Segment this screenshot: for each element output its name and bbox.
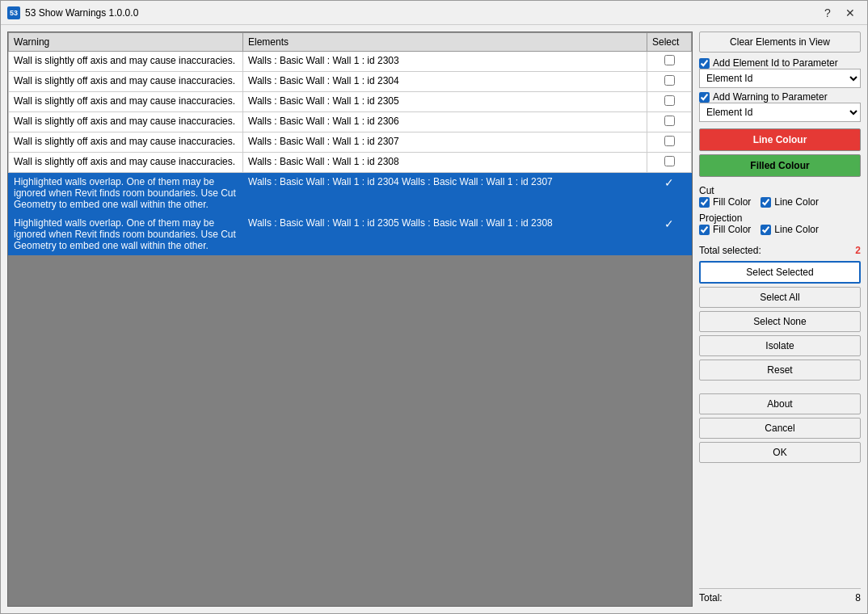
add-warning-label: Add Warning to Parameter	[713, 91, 828, 103]
table-row[interactable]: Wall is slightly off axis and may cause …	[9, 132, 692, 153]
elements-cell: Walls : Basic Wall : Wall 1 : id 2305 Wa…	[243, 214, 647, 255]
help-button[interactable]: ?	[817, 5, 838, 21]
select-cell[interactable]	[647, 92, 692, 112]
total-selected-row: Total selected: 2	[699, 243, 861, 258]
cut-fill-color-checkbox[interactable]	[699, 197, 710, 208]
total-count: 8	[855, 592, 861, 603]
row-checkbox[interactable]	[664, 156, 675, 166]
isolate-button[interactable]: Isolate	[699, 335, 861, 356]
total-selected-count: 2	[855, 245, 861, 256]
right-panel: Clear Elements in View Add Element Id to…	[699, 32, 861, 607]
proj-fill-color-label: Fill Color	[713, 224, 751, 235]
window-title: 53 Show Warnings 1.0.0.0	[25, 7, 817, 19]
elements-cell: Walls : Basic Wall : Wall 1 : id 2304	[243, 72, 647, 92]
add-element-id-row: Add Element Id to Parameter	[699, 57, 861, 69]
warning-cell: Wall is slightly off axis and may cause …	[9, 92, 243, 112]
row-checkbox[interactable]	[664, 116, 675, 126]
cut-line-color-label: Line Color	[774, 196, 819, 208]
projection-label: Projection	[699, 212, 861, 224]
row-checkbox[interactable]	[664, 75, 675, 86]
row-checkbox[interactable]	[664, 55, 675, 65]
warning-cell: Highlighted walls overlap. One of them m…	[9, 173, 243, 214]
content-area: Warning Elements Select Wall is slightly…	[1, 25, 867, 613]
warning-cell: Wall is slightly off axis and may cause …	[9, 52, 243, 72]
about-button[interactable]: About	[699, 393, 861, 414]
warning-cell: Wall is slightly off axis and may cause …	[9, 112, 243, 132]
select-selected-button[interactable]: Select Selected	[699, 261, 861, 284]
row-checkmark: ✓	[664, 217, 674, 230]
select-all-button[interactable]: Select All	[699, 287, 861, 308]
line-colour-button[interactable]: Line Colour	[699, 128, 861, 151]
window-controls: ? ✕	[817, 5, 861, 21]
select-cell[interactable]	[647, 132, 692, 153]
elements-cell: Walls : Basic Wall : Wall 1 : id 2308	[243, 153, 647, 173]
cut-line-color-row: Line Color	[761, 196, 819, 208]
proj-line-color-row: Line Color	[761, 224, 819, 235]
filled-colour-button[interactable]: Filled Colour	[699, 154, 861, 177]
elements-cell: Walls : Basic Wall : Wall 1 : id 2306	[243, 112, 647, 132]
table-row[interactable]: Wall is slightly off axis and may cause …	[9, 52, 692, 72]
add-warning-checkbox[interactable]	[699, 92, 710, 103]
add-element-id-label: Add Element Id to Parameter	[713, 57, 838, 69]
row-checkmark: ✓	[664, 176, 674, 189]
table-row[interactable]: Highlighted walls overlap. One of them m…	[9, 173, 692, 214]
cancel-button[interactable]: Cancel	[699, 418, 861, 439]
add-warning-row: Add Warning to Parameter	[699, 91, 861, 103]
total-selected-label: Total selected:	[699, 245, 761, 256]
table-header-row: Warning Elements Select	[9, 33, 692, 52]
proj-fill-color-checkbox[interactable]	[699, 225, 710, 235]
elements-cell: Walls : Basic Wall : Wall 1 : id 2303	[243, 52, 647, 72]
table-panel: Warning Elements Select Wall is slightly…	[7, 32, 693, 607]
warning-cell: Highlighted walls overlap. One of them m…	[9, 214, 243, 255]
table-row[interactable]: Wall is slightly off axis and may cause …	[9, 92, 692, 112]
select-none-button[interactable]: Select None	[699, 311, 861, 332]
col-elements: Elements	[243, 33, 647, 52]
select-cell[interactable]	[647, 72, 692, 92]
element-id-dropdown-2[interactable]: Element Id	[699, 103, 861, 122]
col-warning: Warning	[9, 33, 243, 52]
elements-cell: Walls : Basic Wall : Wall 1 : id 2305	[243, 92, 647, 112]
cut-fill-color-row: Fill Color	[699, 196, 751, 208]
title-bar: 53 53 Show Warnings 1.0.0.0 ? ✕	[1, 1, 867, 25]
cut-fill-color-label: Fill Color	[713, 196, 751, 208]
cut-label: Cut	[699, 185, 861, 196]
proj-fill-color-row: Fill Color	[699, 224, 751, 235]
table-row[interactable]: Wall is slightly off axis and may cause …	[9, 112, 692, 132]
table-row[interactable]: Wall is slightly off axis and may cause …	[9, 153, 692, 173]
total-row: Total: 8	[699, 588, 861, 607]
warnings-table: Warning Elements Select Wall is slightly…	[8, 32, 692, 255]
elements-cell: Walls : Basic Wall : Wall 1 : id 2304 Wa…	[243, 173, 647, 214]
warning-cell: Wall is slightly off axis and may cause …	[9, 132, 243, 153]
proj-line-color-label: Line Color	[774, 224, 819, 235]
select-cell[interactable]: ✓	[647, 214, 692, 255]
col-select: Select	[647, 33, 692, 52]
add-element-id-checkbox[interactable]	[699, 58, 710, 69]
select-cell[interactable]	[647, 52, 692, 72]
select-cell[interactable]: ✓	[647, 173, 692, 214]
ok-button[interactable]: OK	[699, 442, 861, 463]
select-cell[interactable]	[647, 112, 692, 132]
row-checkbox[interactable]	[664, 95, 675, 106]
element-id-dropdown-1[interactable]: Element Id	[699, 69, 861, 88]
select-cell[interactable]	[647, 153, 692, 173]
warning-cell: Wall is slightly off axis and may cause …	[9, 72, 243, 92]
table-row[interactable]: Highlighted walls overlap. One of them m…	[9, 214, 692, 255]
proj-line-color-checkbox[interactable]	[761, 225, 771, 235]
row-checkbox[interactable]	[664, 136, 675, 146]
table-container[interactable]: Warning Elements Select Wall is slightly…	[8, 32, 692, 606]
total-label: Total:	[699, 592, 723, 603]
cut-options: Fill Color Line Color	[699, 196, 861, 208]
app-icon: 53	[7, 6, 20, 19]
clear-elements-button[interactable]: Clear Elements in View	[699, 32, 861, 53]
elements-cell: Walls : Basic Wall : Wall 1 : id 2307	[243, 132, 647, 153]
projection-options: Fill Color Line Color	[699, 224, 861, 235]
reset-button[interactable]: Reset	[699, 360, 861, 381]
close-button[interactable]: ✕	[840, 5, 861, 21]
warning-cell: Wall is slightly off axis and may cause …	[9, 153, 243, 173]
right-panel-inner: Clear Elements in View Add Element Id to…	[699, 32, 861, 607]
main-window: 53 53 Show Warnings 1.0.0.0 ? ✕ Warning …	[0, 0, 868, 614]
table-row[interactable]: Wall is slightly off axis and may cause …	[9, 72, 692, 92]
cut-line-color-checkbox[interactable]	[761, 197, 771, 208]
